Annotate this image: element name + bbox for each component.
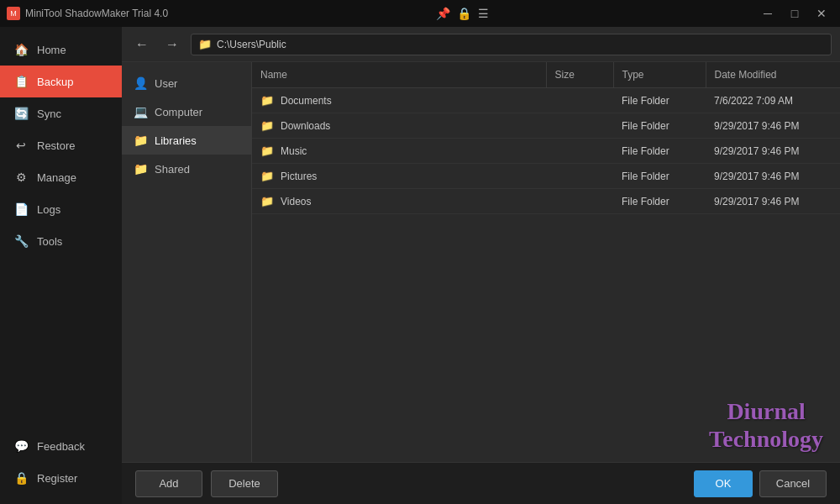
sidebar-label-backup: Backup bbox=[37, 76, 73, 88]
file-name-cell: 📁 Music bbox=[252, 139, 546, 164]
sidebar-item-register[interactable]: 🔒 Register bbox=[0, 462, 122, 494]
manage-icon: ⚙ bbox=[13, 170, 29, 185]
panel-label-computer: Computer bbox=[155, 106, 202, 118]
user-folder-icon: 👤 bbox=[134, 76, 148, 90]
table-row[interactable]: 📁 Downloads File Folder 9/29/2017 9:46 P… bbox=[252, 113, 840, 139]
titlebar-controls: ─ □ ✕ bbox=[756, 4, 833, 23]
minimize-button[interactable]: ─ bbox=[756, 4, 780, 23]
sidebar-label-feedback: Feedback bbox=[37, 440, 85, 453]
register-icon: 🔒 bbox=[13, 470, 29, 486]
titlebar-icons: 📌 🔒 ☰ bbox=[436, 7, 489, 20]
right-panel: Name Size Type Date Modified 📁 Documents… bbox=[252, 62, 840, 504]
titlebar-left: M MiniTool ShadowMaker Trial 4.0 bbox=[7, 7, 168, 20]
file-size bbox=[546, 139, 613, 164]
col-name[interactable]: Name bbox=[252, 62, 546, 88]
table-row[interactable]: 📁 Music File Folder 9/29/2017 9:46 PM bbox=[252, 139, 840, 164]
file-size bbox=[546, 164, 613, 189]
sidebar-item-manage[interactable]: ⚙ Manage bbox=[0, 161, 122, 193]
col-date[interactable]: Date Modified bbox=[706, 62, 840, 88]
pin-icon[interactable]: 📌 bbox=[436, 7, 450, 20]
row-folder-icon: 📁 bbox=[260, 195, 274, 207]
file-name: Videos bbox=[281, 196, 311, 207]
panel-item-computer[interactable]: 💻 Computer bbox=[122, 97, 251, 126]
titlebar: M MiniTool ShadowMaker Trial 4.0 📌 🔒 ☰ ─… bbox=[0, 0, 840, 27]
table-row[interactable]: 📁 Documents File Folder 7/6/2022 7:09 AM bbox=[252, 88, 840, 113]
file-name: Documents bbox=[281, 95, 332, 107]
sidebar-item-logs[interactable]: 📄 Logs bbox=[0, 193, 122, 225]
shared-folder-icon: 📁 bbox=[134, 162, 148, 176]
row-folder-icon: 📁 bbox=[260, 119, 274, 132]
file-date: 9/29/2017 9:46 PM bbox=[706, 164, 840, 189]
forward-button[interactable]: → bbox=[160, 35, 184, 54]
sidebar-item-sync[interactable]: 🔄 Sync bbox=[0, 97, 122, 129]
row-folder-icon: 📁 bbox=[260, 94, 274, 107]
backup-icon: 📋 bbox=[13, 74, 29, 89]
file-size bbox=[546, 189, 613, 214]
panel-label-libraries: Libraries bbox=[155, 134, 197, 147]
file-date: 9/29/2017 9:46 PM bbox=[706, 113, 840, 139]
file-name: Downloads bbox=[281, 120, 330, 132]
maximize-button[interactable]: □ bbox=[783, 4, 806, 23]
bottom-bar: Add Delete OK Cancel bbox=[122, 462, 840, 504]
sidebar-label-home: Home bbox=[37, 44, 66, 56]
file-type: File Folder bbox=[613, 139, 706, 164]
sidebar: 🏠 Home 📋 Backup 🔄 Sync ↩ Restore ⚙ Manag… bbox=[0, 27, 122, 504]
sidebar-label-register: Register bbox=[37, 472, 77, 485]
sidebar-label-logs: Logs bbox=[37, 203, 60, 216]
ok-button[interactable]: OK bbox=[694, 470, 753, 497]
sidebar-label-sync: Sync bbox=[37, 108, 61, 120]
libraries-folder-icon: 📁 bbox=[134, 134, 148, 147]
restore-icon: ↩ bbox=[13, 138, 29, 153]
app-title: MiniTool ShadowMaker Trial 4.0 bbox=[25, 8, 168, 19]
file-date: 9/29/2017 9:46 PM bbox=[706, 189, 840, 214]
sidebar-label-manage: Manage bbox=[37, 171, 76, 184]
home-icon: 🏠 bbox=[13, 42, 29, 57]
row-folder-icon: 📁 bbox=[260, 144, 274, 157]
file-browser: 👤 User 💻 Computer 📁 Libraries 📁 Shared bbox=[122, 62, 840, 504]
menu-icon[interactable]: ☰ bbox=[478, 7, 489, 20]
sidebar-item-feedback[interactable]: 💬 Feedback bbox=[0, 430, 122, 462]
file-date: 9/29/2017 9:46 PM bbox=[706, 139, 840, 164]
lock-icon[interactable]: 🔒 bbox=[457, 7, 471, 20]
add-button[interactable]: Add bbox=[135, 470, 202, 497]
sidebar-item-tools[interactable]: 🔧 Tools bbox=[0, 225, 122, 257]
sidebar-label-tools: Tools bbox=[37, 235, 62, 248]
file-name: Pictures bbox=[281, 171, 317, 182]
bottom-right: OK Cancel bbox=[694, 470, 827, 497]
col-type[interactable]: Type bbox=[613, 62, 706, 88]
panel-item-libraries[interactable]: 📁 Libraries bbox=[122, 126, 251, 155]
row-folder-icon: 📁 bbox=[260, 170, 274, 182]
file-name-cell: 📁 Videos bbox=[252, 189, 546, 214]
path-text: C:\Users\Public bbox=[217, 39, 286, 50]
cancel-button[interactable]: Cancel bbox=[759, 470, 827, 497]
table-row[interactable]: 📁 Pictures File Folder 9/29/2017 9:46 PM bbox=[252, 164, 840, 189]
file-size bbox=[546, 88, 613, 113]
sidebar-item-backup[interactable]: 📋 Backup bbox=[0, 66, 122, 97]
delete-button[interactable]: Delete bbox=[211, 470, 278, 497]
path-bar: 📁 C:\Users\Public bbox=[191, 34, 832, 55]
panel-item-user[interactable]: 👤 User bbox=[122, 69, 251, 97]
col-size[interactable]: Size bbox=[546, 62, 613, 88]
sidebar-bottom: 💬 Feedback 🔒 Register bbox=[0, 430, 122, 504]
file-browser-bar: ← → 📁 C:\Users\Public bbox=[122, 27, 840, 62]
sync-icon: 🔄 bbox=[13, 106, 29, 121]
file-date: 7/6/2022 7:09 AM bbox=[706, 88, 840, 113]
sidebar-item-restore[interactable]: ↩ Restore bbox=[0, 129, 122, 161]
file-type: File Folder bbox=[613, 88, 706, 113]
tools-icon: 🔧 bbox=[13, 234, 29, 249]
path-folder-icon: 📁 bbox=[198, 38, 212, 50]
close-button[interactable]: ✕ bbox=[810, 4, 833, 23]
feedback-icon: 💬 bbox=[13, 438, 29, 454]
table-row[interactable]: 📁 Videos File Folder 9/29/2017 9:46 PM bbox=[252, 189, 840, 214]
file-type: File Folder bbox=[613, 113, 706, 139]
back-button[interactable]: ← bbox=[130, 35, 154, 54]
file-type: File Folder bbox=[613, 189, 706, 214]
sidebar-label-restore: Restore bbox=[37, 139, 76, 152]
panel-label-shared: Shared bbox=[155, 163, 190, 176]
file-name-cell: 📁 Documents bbox=[252, 88, 546, 113]
panel-item-shared[interactable]: 📁 Shared bbox=[122, 155, 251, 183]
sidebar-item-home[interactable]: 🏠 Home bbox=[0, 34, 122, 66]
content-area: ← → 📁 C:\Users\Public 👤 User 💻 Computer bbox=[122, 27, 840, 504]
file-rows: 📁 Documents File Folder 7/6/2022 7:09 AM… bbox=[252, 88, 840, 214]
computer-folder-icon: 💻 bbox=[134, 105, 148, 118]
